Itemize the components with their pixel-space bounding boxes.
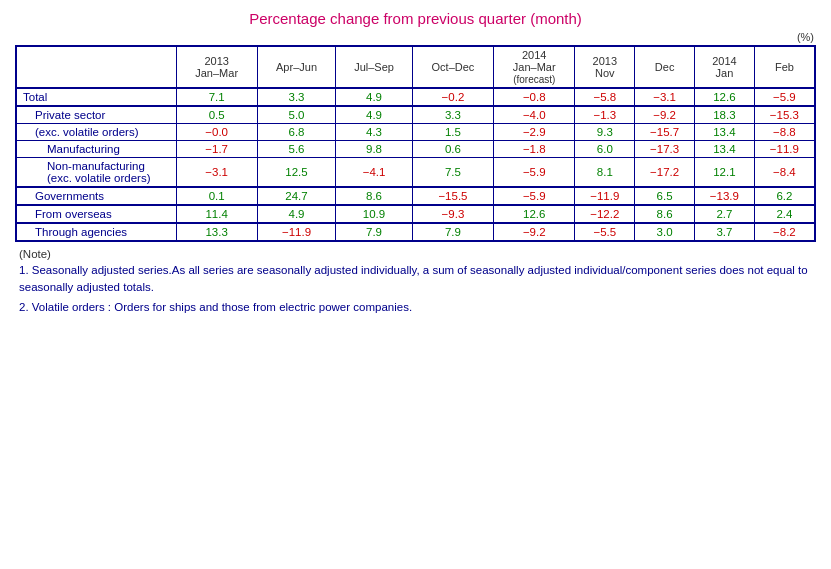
row-label: Governments <box>16 187 176 205</box>
table-row: Non-manufacturing(exc. volatile orders)−… <box>16 158 815 188</box>
table-cell: 18.3 <box>695 106 755 124</box>
table-cell: 12.1 <box>695 158 755 188</box>
table-cell: 6.0 <box>575 141 635 158</box>
table-cell: 9.3 <box>575 124 635 141</box>
table-cell: −9.2 <box>494 223 575 241</box>
row-label: Through agencies <box>16 223 176 241</box>
table-cell: −15.3 <box>754 106 815 124</box>
table-cell: 3.7 <box>695 223 755 241</box>
table-cell: 7.9 <box>336 223 413 241</box>
notes-section: (Note) 1. Seasonally adjusted series.As … <box>15 248 816 316</box>
table-cell: −9.3 <box>412 205 493 223</box>
table-cell: −8.4 <box>754 158 815 188</box>
table-cell: 8.6 <box>635 205 695 223</box>
col-header-julsep: Jul–Sep <box>336 46 413 88</box>
table-cell: −0.0 <box>176 124 257 141</box>
row-label: Non-manufacturing(exc. volatile orders) <box>16 158 176 188</box>
table-cell: 6.5 <box>635 187 695 205</box>
table-cell: 12.5 <box>257 158 335 188</box>
table-cell: −5.5 <box>575 223 635 241</box>
table-cell: −17.3 <box>635 141 695 158</box>
table-cell: 5.6 <box>257 141 335 158</box>
table-cell: −5.9 <box>494 158 575 188</box>
table-cell: −8.2 <box>754 223 815 241</box>
row-label: Manufacturing <box>16 141 176 158</box>
table-cell: 13.4 <box>695 124 755 141</box>
col-header-dec: Dec <box>635 46 695 88</box>
table-cell: 5.0 <box>257 106 335 124</box>
table-cell: −3.1 <box>176 158 257 188</box>
page-title: Percentage change from previous quarter … <box>15 10 816 27</box>
table-cell: 0.6 <box>412 141 493 158</box>
table-cell: 6.2 <box>754 187 815 205</box>
table-cell: −11.9 <box>257 223 335 241</box>
table-cell: −2.9 <box>494 124 575 141</box>
table-cell: 4.9 <box>257 205 335 223</box>
table-cell: 7.5 <box>412 158 493 188</box>
table-cell: 10.9 <box>336 205 413 223</box>
table-cell: 7.9 <box>412 223 493 241</box>
row-label: (exc. volatile orders) <box>16 124 176 141</box>
row-label: Private sector <box>16 106 176 124</box>
table-cell: 8.1 <box>575 158 635 188</box>
table-cell: −4.0 <box>494 106 575 124</box>
table-row: (exc. volatile orders)−0.06.84.31.5−2.99… <box>16 124 815 141</box>
note-item-1: 1. Seasonally adjusted series.As all ser… <box>19 262 816 297</box>
table-cell: 13.4 <box>695 141 755 158</box>
table-row: Governments0.124.78.6−15.5−5.9−11.96.5−1… <box>16 187 815 205</box>
table-cell: 1.5 <box>412 124 493 141</box>
table-row: Manufacturing−1.75.69.80.6−1.86.0−17.313… <box>16 141 815 158</box>
table-cell: 9.8 <box>336 141 413 158</box>
table-row: Total7.13.34.9−0.2−0.8−5.8−3.112.6−5.9 <box>16 88 815 106</box>
unit-label: (%) <box>15 31 816 43</box>
table-cell: −0.2 <box>412 88 493 106</box>
table-cell: 0.5 <box>176 106 257 124</box>
table-cell: 4.3 <box>336 124 413 141</box>
row-label: Total <box>16 88 176 106</box>
row-label: From overseas <box>16 205 176 223</box>
notes-label: (Note) <box>19 248 51 260</box>
table-cell: −15.5 <box>412 187 493 205</box>
table-row: From overseas11.44.910.9−9.312.6−12.28.6… <box>16 205 815 223</box>
table-cell: 12.6 <box>494 205 575 223</box>
table-cell: 4.9 <box>336 106 413 124</box>
col-header-octdec: Oct–Dec <box>412 46 493 88</box>
table-cell: −11.9 <box>754 141 815 158</box>
col-header-2014jan: 2014Jan <box>695 46 755 88</box>
table-cell: 0.1 <box>176 187 257 205</box>
table-cell: −12.2 <box>575 205 635 223</box>
table-cell: −11.9 <box>575 187 635 205</box>
table-cell: −1.3 <box>575 106 635 124</box>
table-cell: 3.3 <box>257 88 335 106</box>
table-cell: −8.8 <box>754 124 815 141</box>
col-header-2013janmar: 2013Jan–Mar <box>176 46 257 88</box>
table-header-row: 2013Jan–Mar Apr–Jun Jul–Sep Oct–Dec 2014… <box>16 46 815 88</box>
table-cell: −4.1 <box>336 158 413 188</box>
table-cell: −1.7 <box>176 141 257 158</box>
table-cell: 4.9 <box>336 88 413 106</box>
col-header-feb: Feb <box>754 46 815 88</box>
table-cell: 2.4 <box>754 205 815 223</box>
table-cell: −17.2 <box>635 158 695 188</box>
table-cell: −1.8 <box>494 141 575 158</box>
table-cell: 24.7 <box>257 187 335 205</box>
table-cell: −5.9 <box>494 187 575 205</box>
col-header-label <box>16 46 176 88</box>
table-row: Private sector0.55.04.93.3−4.0−1.3−9.218… <box>16 106 815 124</box>
col-header-2014janmar: 2014Jan–Mar(forecast) <box>494 46 575 88</box>
table-cell: 6.8 <box>257 124 335 141</box>
col-header-2013nov: 2013Nov <box>575 46 635 88</box>
table-cell: 12.6 <box>695 88 755 106</box>
table-cell: 8.6 <box>336 187 413 205</box>
table-cell: −15.7 <box>635 124 695 141</box>
table-cell: 3.0 <box>635 223 695 241</box>
table-cell: −3.1 <box>635 88 695 106</box>
table-cell: −0.8 <box>494 88 575 106</box>
table-cell: −5.9 <box>754 88 815 106</box>
table-cell: 3.3 <box>412 106 493 124</box>
note-item-2: 2. Volatile orders : Orders for ships an… <box>19 299 816 316</box>
table-cell: 13.3 <box>176 223 257 241</box>
table-cell: −5.8 <box>575 88 635 106</box>
table-cell: 11.4 <box>176 205 257 223</box>
table-cell: −9.2 <box>635 106 695 124</box>
